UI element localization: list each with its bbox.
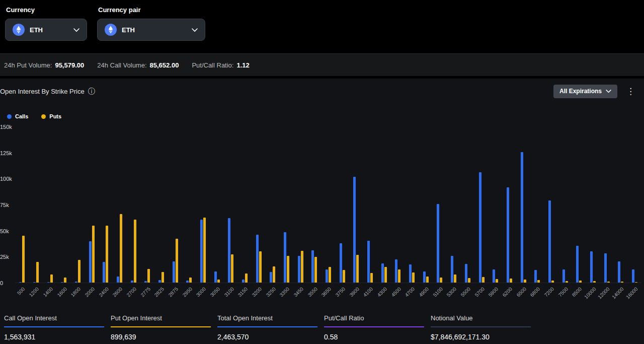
bar-group[interactable]: 3550 — [307, 127, 321, 283]
puts-bar[interactable] — [426, 277, 429, 283]
puts-bar[interactable] — [64, 278, 66, 283]
bar-group[interactable]: 500 — [15, 127, 29, 283]
puts-bar[interactable] — [635, 282, 637, 283]
bar-group[interactable]: 1600 — [57, 127, 71, 283]
calls-bar[interactable] — [298, 256, 300, 283]
bar-group[interactable]: 8500 — [572, 127, 586, 283]
calls-bar[interactable] — [423, 271, 426, 283]
bar-group[interactable]: 7500 — [558, 127, 572, 283]
calls-bar[interactable] — [284, 232, 286, 283]
puts-bar[interactable] — [78, 260, 80, 283]
bar-group[interactable]: 5700 — [474, 127, 489, 283]
calls-bar[interactable] — [451, 256, 453, 283]
bar-group[interactable]: 4100 — [363, 127, 377, 283]
bar-group[interactable]: 3650 — [321, 127, 336, 283]
bar-group[interactable]: 7200 — [544, 127, 558, 283]
calls-bar[interactable] — [576, 246, 579, 283]
calls-bar[interactable] — [367, 241, 370, 283]
calls-bar[interactable] — [19, 282, 22, 283]
bar-group[interactable]: 3050 — [210, 127, 224, 283]
bar-group[interactable]: 3750 — [335, 127, 349, 283]
bar-group[interactable]: 2875 — [168, 127, 182, 283]
calls-bar[interactable] — [590, 251, 593, 283]
bar-group[interactable]: 4900 — [419, 127, 433, 283]
calls-bar[interactable] — [200, 220, 203, 283]
currency-pair-dropdown[interactable]: ETH — [97, 19, 205, 41]
bar-group[interactable]: 1400 — [43, 127, 57, 283]
puts-bar[interactable] — [203, 218, 206, 283]
bar-group[interactable]: 6800 — [530, 127, 544, 283]
bar-group[interactable]: 5300 — [447, 127, 461, 283]
bar-group[interactable]: 2825 — [154, 127, 169, 283]
puts-bar[interactable] — [189, 278, 192, 283]
bar-group[interactable]: 2950 — [182, 127, 196, 283]
calls-bar[interactable] — [437, 204, 439, 283]
bar-group[interactable]: 6500 — [516, 127, 530, 283]
bar-group[interactable]: 10000 — [586, 127, 600, 283]
calls-bar[interactable] — [632, 269, 634, 283]
puts-bar[interactable] — [607, 282, 610, 283]
puts-bar[interactable] — [273, 266, 275, 283]
puts-bar[interactable] — [440, 278, 442, 283]
puts-bar[interactable] — [621, 282, 623, 283]
bar-group[interactable]: 1200 — [29, 127, 43, 283]
puts-bar[interactable] — [22, 236, 25, 283]
calls-bar[interactable] — [521, 152, 523, 283]
bar-group[interactable]: 3200 — [252, 127, 266, 283]
calls-bar[interactable] — [33, 282, 36, 283]
puts-bar[interactable] — [162, 272, 164, 283]
puts-bar[interactable] — [106, 226, 108, 283]
calls-bar[interactable] — [131, 281, 133, 283]
puts-bar[interactable] — [147, 269, 150, 283]
calls-bar[interactable] — [117, 277, 119, 283]
calls-bar[interactable] — [158, 280, 161, 283]
puts-bar[interactable] — [287, 256, 289, 283]
bar-group[interactable]: 2775 — [140, 127, 154, 283]
all-expirations-button[interactable]: All Expirations — [553, 85, 617, 98]
puts-bar[interactable] — [176, 239, 178, 283]
calls-bar[interactable] — [548, 200, 551, 283]
bar-group[interactable]: 3000 — [196, 127, 210, 283]
calls-bar[interactable] — [144, 281, 147, 283]
bar-group[interactable]: 3150 — [238, 127, 252, 283]
bar-group[interactable]: 1800 — [71, 127, 85, 283]
calls-bar[interactable] — [228, 218, 230, 283]
puts-bar[interactable] — [92, 226, 95, 283]
puts-bar[interactable] — [412, 272, 415, 283]
calls-bar[interactable] — [381, 263, 384, 283]
puts-bar[interactable] — [454, 274, 456, 283]
bar-group[interactable]: 5900 — [489, 127, 503, 283]
calls-bar[interactable] — [326, 269, 328, 283]
puts-bar[interactable] — [370, 273, 373, 283]
calls-bar[interactable] — [75, 282, 77, 283]
puts-bar[interactable] — [566, 281, 568, 283]
bar-group[interactable]: 3450 — [293, 127, 307, 283]
bar-group[interactable]: 5500 — [461, 127, 475, 283]
puts-bar[interactable] — [259, 251, 262, 283]
calls-bar[interactable] — [242, 280, 245, 283]
bar-group[interactable]: 2000 — [85, 127, 99, 283]
calls-bar[interactable] — [186, 281, 189, 283]
puts-bar[interactable] — [398, 269, 400, 283]
bar-group[interactable]: 3250 — [266, 127, 280, 283]
puts-bar[interactable] — [245, 273, 248, 283]
puts-bar[interactable] — [301, 251, 303, 283]
calls-bar[interactable] — [493, 269, 495, 283]
puts-bar[interactable] — [579, 281, 582, 283]
calls-bar[interactable] — [479, 172, 481, 283]
calls-bar[interactable] — [340, 243, 342, 283]
calls-bar[interactable] — [103, 262, 105, 283]
calls-bar[interactable] — [507, 187, 509, 283]
legend-item-calls[interactable]: Calls — [7, 113, 28, 119]
calls-bar[interactable] — [47, 282, 50, 283]
puts-bar[interactable] — [356, 255, 359, 283]
bar-group[interactable]: 3100 — [224, 127, 238, 283]
puts-bar[interactable] — [468, 278, 470, 283]
puts-bar[interactable] — [120, 214, 122, 283]
puts-bar[interactable] — [482, 277, 485, 283]
calls-bar[interactable] — [534, 270, 537, 283]
bar-group[interactable]: 2400 — [99, 127, 113, 283]
bar-group[interactable]: 2700 — [126, 127, 140, 283]
bar-group[interactable]: 4500 — [391, 127, 405, 283]
puts-bar[interactable] — [134, 220, 136, 283]
